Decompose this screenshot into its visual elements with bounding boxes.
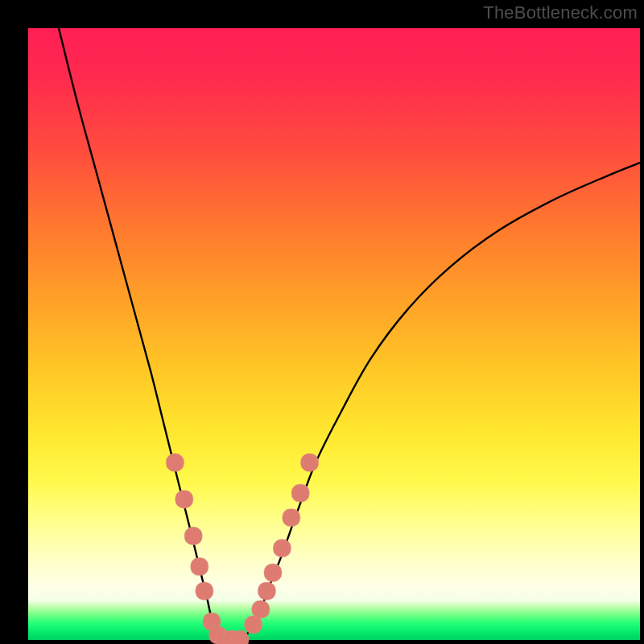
data-marker [264,564,282,581]
data-marker [184,527,202,545]
data-marker [196,582,213,600]
chart-overlay [28,28,640,640]
data-marker [175,490,193,508]
curve-right-branch [242,163,640,640]
data-marker [166,454,184,472]
data-marker [252,601,270,618]
chart-stage: TheBottleneck.com [0,0,644,644]
data-marker [231,630,249,644]
data-marker [283,509,300,526]
data-marker [258,582,275,600]
data-marker [245,616,262,634]
data-marker [191,558,208,576]
data-marker [291,485,309,502]
data-marker [273,539,291,557]
curve-left-branch [59,28,224,640]
data-marker [301,454,319,472]
watermark-text: TheBottleneck.com [483,2,638,23]
data-markers [166,454,318,644]
